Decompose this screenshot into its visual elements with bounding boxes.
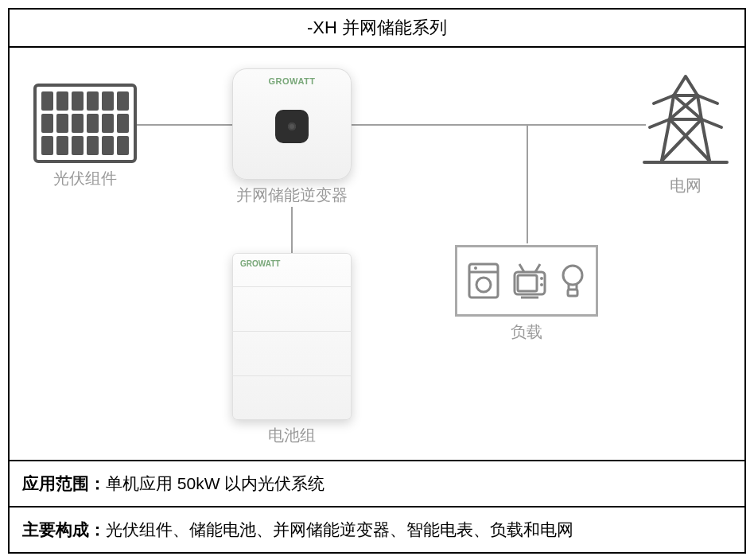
battery-brand: GROWATT: [240, 259, 280, 268]
battery-node: GROWATT 电池组: [232, 253, 352, 446]
inverter-brand: GROWATT: [232, 76, 352, 86]
svg-point-8: [540, 283, 543, 286]
application-scope-row: 应用范围：单机应用 50kW 以内光伏系统: [10, 461, 744, 508]
solar-panel-icon: [33, 84, 137, 163]
loads-label: 负载: [455, 321, 598, 343]
pv-label: 光伏组件: [33, 168, 137, 189]
scope-value: 单机应用 50kW 以内光伏系统: [106, 474, 325, 492]
inverter-node: GROWATT 并网储能逆变器: [232, 68, 352, 206]
pv-module-node: 光伏组件: [33, 84, 137, 189]
main-components-row: 主要构成：光伏组件、储能电池、并网储能逆变器、智能电表、负载和电网: [10, 508, 744, 552]
inverter-icon: GROWATT: [232, 68, 352, 180]
grid-node: 电网: [638, 72, 733, 196]
battery-stack-icon: GROWATT: [232, 253, 352, 420]
svg-point-3: [476, 278, 491, 292]
grid-label: 电网: [638, 175, 733, 196]
wire-inverter-to-battery: [291, 207, 293, 255]
lightbulb-icon: [558, 261, 587, 301]
battery-label: 电池组: [232, 425, 352, 446]
svg-point-7: [540, 277, 543, 280]
svg-rect-11: [568, 290, 577, 296]
loads-box: [455, 245, 598, 317]
svg-rect-6: [518, 275, 537, 291]
title-row: -XH 并网储能系列: [10, 10, 744, 48]
tv-icon: [510, 261, 550, 301]
wire-inverter-to-grid: [352, 124, 646, 126]
series-table: -XH 并网储能系列 光伏组件 GROWATT: [8, 8, 746, 554]
inverter-label: 并网储能逆变器: [232, 185, 352, 206]
wire-pv-to-inverter: [137, 124, 232, 126]
components-value: 光伏组件、储能电池、并网储能逆变器、智能电表、负载和电网: [106, 520, 573, 539]
components-label: 主要构成：: [22, 520, 106, 539]
series-title: -XH 并网储能系列: [307, 18, 447, 37]
svg-point-4: [474, 266, 477, 270]
washing-machine-icon: [466, 261, 501, 301]
transmission-tower-icon: [638, 72, 733, 167]
loads-node: 负载: [455, 245, 598, 343]
scope-label: 应用范围：: [22, 474, 106, 492]
inverter-display: [275, 110, 309, 143]
wire-branch-to-loads: [527, 124, 528, 243]
system-diagram: 光伏组件 GROWATT 并网储能逆变器: [10, 48, 744, 461]
svg-point-10: [563, 266, 582, 285]
